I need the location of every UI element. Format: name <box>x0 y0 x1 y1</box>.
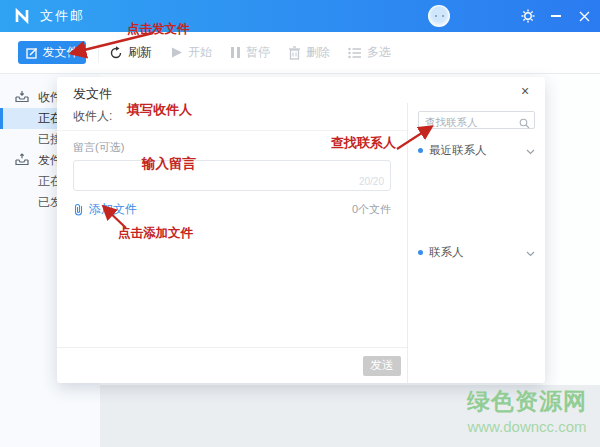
user-avatar[interactable] <box>428 5 450 27</box>
chevron-down-icon[interactable] <box>526 141 535 159</box>
watermark-site-name: 绿色资源网 <box>467 386 587 417</box>
contact-search <box>418 111 535 129</box>
multi-select-label: 多选 <box>367 44 391 61</box>
delete-label: 删除 <box>306 44 330 61</box>
contacts-label: 联系人 <box>429 245 464 260</box>
pause-icon <box>230 46 241 59</box>
watermark-site-url: www.downcc.com <box>467 418 587 435</box>
dialog-title: 发文件 <box>73 85 112 103</box>
contact-search-input[interactable] <box>419 114 534 130</box>
refresh-icon <box>109 46 123 60</box>
send-file-button[interactable]: 发文件 <box>18 41 86 64</box>
minimize-button[interactable] <box>548 8 564 24</box>
inbox-tray-icon <box>15 90 29 106</box>
list-icon <box>348 47 362 59</box>
file-count: 0个文件 <box>352 202 391 217</box>
blue-dot-icon <box>418 250 423 255</box>
trash-icon <box>288 46 301 60</box>
chevron-down-icon[interactable] <box>526 243 535 261</box>
send-file-button-label: 发文件 <box>43 44 79 61</box>
compose-icon <box>26 47 38 59</box>
refresh-label: 刷新 <box>128 44 152 61</box>
add-file-link[interactable]: 添加文件 <box>73 201 137 218</box>
annotation-fill-recipient: 填写收件人 <box>127 101 192 119</box>
dialog-close-icon[interactable]: × <box>517 83 533 99</box>
annotation-enter-message: 输入留言 <box>142 155 196 173</box>
outbox-tray-icon <box>15 153 29 169</box>
recipient-label: 收件人: <box>73 108 112 125</box>
annotation-find-contact: 查找联系人 <box>331 134 396 152</box>
settings-gear-icon[interactable] <box>520 8 536 24</box>
refresh-button[interactable]: 刷新 <box>109 44 152 61</box>
annotation-click-add-file: 点击添加文件 <box>118 225 193 242</box>
app-window: 文件邮 发文件 <box>0 0 600 447</box>
toolbar-divider <box>98 43 99 63</box>
blue-dot-icon <box>418 148 423 153</box>
delete-button[interactable]: 删除 <box>288 44 330 61</box>
pause-button[interactable]: 暂停 <box>230 44 270 61</box>
annotation-click-send: 点击发文件 <box>127 21 190 38</box>
dialog-header: 发文件 <box>57 77 545 103</box>
message-input[interactable]: 20/20 <box>73 160 391 191</box>
watermark: 绿色资源网 www.downcc.com <box>467 386 587 435</box>
play-icon <box>170 46 183 59</box>
pause-label: 暂停 <box>246 44 270 61</box>
recent-contacts-label: 最近联系人 <box>429 143 487 158</box>
start-button[interactable]: 开始 <box>170 44 212 61</box>
multi-select-button[interactable]: 多选 <box>348 44 391 61</box>
paperclip-icon <box>73 203 84 216</box>
contacts-section[interactable]: 联系人 <box>418 243 535 261</box>
start-label: 开始 <box>188 44 212 61</box>
recent-contacts-section[interactable]: 最近联系人 <box>418 141 535 159</box>
close-window-button[interactable] <box>576 8 592 24</box>
add-file-label: 添加文件 <box>89 201 137 218</box>
search-icon <box>519 115 530 133</box>
message-counter: 20/20 <box>359 176 384 187</box>
toolbar: 发文件 刷新 开始 暂停 删除 多选 <box>0 32 600 74</box>
app-title: 文件邮 <box>40 7 85 25</box>
title-bar: 文件邮 <box>0 0 600 32</box>
contacts-panel: 最近联系人 联系人 <box>407 103 545 383</box>
send-button[interactable]: 发送 <box>363 356 401 376</box>
app-logo-icon <box>14 7 32 25</box>
